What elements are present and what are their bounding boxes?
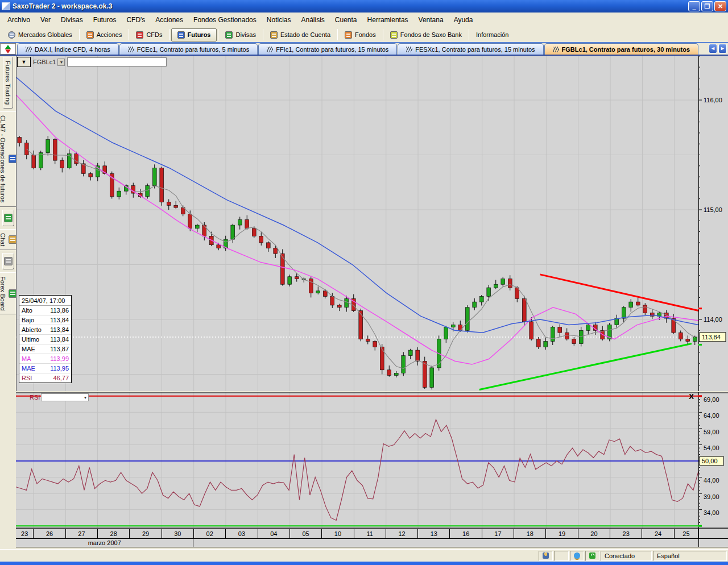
svg-text:50,00: 50,00 [702, 458, 718, 464]
toolbar-mercados-globales[interactable]: Mercados Globales [2, 29, 78, 41]
date-axis-day: 27 [66, 529, 98, 538]
toolbar-divisas[interactable]: Divisas [220, 29, 261, 41]
infobox-field-label: RSI [22, 375, 32, 381]
news-icon [4, 257, 13, 265]
menu-cfd-s[interactable]: CFD's [121, 14, 150, 26]
window-title: SaxoTrader 2 - workspace.ok.3 [13, 2, 687, 10]
symbol-dropdown[interactable]: FGBLc1 ▼ [33, 59, 65, 66]
svg-text:59,00: 59,00 [704, 429, 719, 435]
rsi-chart[interactable]: 69,0064,0059,0054,0044,0039,0034,0050,00 [16, 392, 728, 529]
date-axis-day: 04 [258, 529, 290, 538]
infobox-field-label: Abierto [22, 326, 42, 333]
scroll-tabs-right-icon[interactable]: ► [718, 44, 727, 53]
tab-scroll: ◄ ► [708, 44, 728, 55]
candlestick-chart-icon [553, 47, 559, 52]
empty-status-cell [554, 551, 569, 561]
tab-label: DAX.I, Índice CFD, 4 horas [35, 46, 110, 53]
toolbar-label: Acciones [97, 31, 122, 38]
menu-divisas[interactable]: Divisas [56, 14, 88, 26]
menu-herramientas[interactable]: Herramientas [362, 14, 413, 26]
title-bar: SaxoTrader 2 - workspace.ok.3 _ ❐ ✕ [0, 0, 728, 13]
date-axis-day: 23 [610, 529, 642, 538]
infobox-field-value: 113,84 [50, 336, 69, 343]
chart-tab-fcec1[interactable]: FCEc1, Contrato para futuros, 5 minutos [119, 43, 258, 55]
infobox-field-value: 113,87 [50, 346, 69, 352]
date-axis-day: 12 [386, 529, 418, 538]
chart-tab-fesxc1[interactable]: FESXc1, Contrato para futuros, 15 minuto… [398, 43, 543, 55]
date-axis-day: 20 [578, 529, 610, 538]
menu-noticias[interactable]: Noticias [262, 14, 296, 26]
close-button[interactable]: ✕ [714, 1, 726, 11]
toolbar-estado-de-cuenta[interactable]: Estado de Cuenta [264, 29, 336, 41]
infobox-field-value: 113,84 [50, 317, 69, 323]
toolbar-acciones[interactable]: Acciones [81, 29, 128, 41]
app-icon [2, 2, 10, 10]
toolbar-fondos[interactable]: Fondos [339, 29, 382, 41]
price-chart[interactable]: 116,00115,00114,00113,84 [16, 56, 728, 391]
chart-tab-ffic1[interactable]: FFIc1, Contrato para futuros, 15 minutos [258, 43, 397, 55]
menu-fondos-gestionados[interactable]: Fondos Gestionados [188, 14, 262, 26]
date-axis-day: 03 [226, 529, 258, 538]
sidebar-item-trade-arrows-icon[interactable] [2, 210, 14, 226]
rsi-close-icon[interactable]: X [689, 392, 694, 401]
date-axis-day: 19 [546, 529, 578, 538]
infobox-field-value: 113,86 [50, 307, 69, 314]
sidebar-item-futures-trading[interactable]: Futures Trading [3, 57, 13, 109]
ohlc-infobox: 25/04/07, 17:00 Alto113,86Bajo113,84Abie… [19, 295, 72, 383]
menu-archivo[interactable]: Archivo [2, 14, 35, 26]
symbol-label: FGBLc1 [33, 59, 56, 65]
trade-ticket-button[interactable] [0, 43, 16, 55]
infobox-field-label: MAE [22, 365, 35, 372]
sidebar-item-news-icon[interactable] [2, 253, 14, 269]
menu-ayuda[interactable]: Ayuda [449, 14, 478, 26]
symbol-search-input[interactable] [67, 57, 167, 67]
rsi-settings-dropdown[interactable]: ▼ [41, 393, 89, 401]
axis-corner [698, 539, 728, 547]
minimize-button[interactable]: _ [688, 1, 700, 11]
menu-cuenta[interactable]: Cuenta [330, 14, 362, 26]
date-axis-day: 05 [290, 529, 322, 538]
toolbar-cfds[interactable]: CFDs [130, 29, 168, 41]
menu-futuros[interactable]: Futuros [88, 14, 122, 26]
chart-tab-dax-i[interactable]: DAX.I, Índice CFD, 4 horas [17, 43, 119, 55]
toolbar-label: Fondos de Saxo Bank [400, 31, 462, 38]
secure-status-cell [585, 551, 599, 561]
menu-acciones[interactable]: Acciones [150, 14, 188, 26]
toolbar-futuros[interactable]: Futuros [171, 28, 217, 41]
candlestick-chart-icon [26, 47, 32, 52]
tab-label: FGBLc1, Contrato para futuros, 30 minuto… [562, 46, 690, 53]
date-axis-day: 30 [162, 529, 194, 538]
month-label-empty [193, 539, 698, 547]
chevron-down-icon: ▼ [57, 59, 65, 66]
svg-text:114,00: 114,00 [704, 316, 722, 323]
toolbar-label: Mercados Globales [18, 31, 72, 38]
toolbar-label: Fondos [355, 31, 376, 38]
toolbar-informaci-n[interactable]: Información [470, 29, 514, 40]
menu-ventana[interactable]: Ventana [413, 14, 449, 26]
stocks-icon [86, 31, 94, 39]
menu-an-lisis[interactable]: Análisis [296, 14, 329, 26]
date-axis-day: 02 [194, 529, 226, 538]
scroll-tabs-left-icon[interactable]: ◄ [709, 44, 717, 53]
date-axis-day: 24 [642, 529, 674, 538]
date-axis-day: 23 [16, 529, 34, 538]
toolbar-label: Estado de Cuenta [280, 31, 330, 38]
buy-arrow-icon [5, 45, 11, 49]
svg-text:115,00: 115,00 [704, 206, 722, 213]
date-axis-day: 25 [675, 529, 698, 538]
menu-ver[interactable]: Ver [35, 14, 56, 26]
chart-menu-button[interactable]: ▼ [17, 57, 31, 67]
infobox-row-ultimo: Ultimo113,84 [19, 335, 71, 344]
saxo-funds-icon [390, 31, 398, 39]
date-axis: 2326272829300203040510111213161718192023… [16, 529, 728, 539]
infobox-row-bajo: Bajo113,84 [19, 315, 71, 325]
svg-text:69,00: 69,00 [704, 396, 719, 403]
infobox-field-value: 113,95 [50, 365, 69, 372]
status-bar: Conectado Español [0, 549, 728, 562]
restore-button[interactable]: ❐ [701, 1, 713, 11]
svg-text:116,00: 116,00 [704, 97, 722, 103]
axis-corner [698, 529, 728, 538]
toolbar-fondos-de-saxo-bank[interactable]: Fondos de Saxo Bank [384, 29, 468, 41]
chart-tab-fgblc1[interactable]: FGBLc1, Contrato para futuros, 30 minuto… [544, 43, 699, 55]
futures-icon [177, 31, 185, 39]
